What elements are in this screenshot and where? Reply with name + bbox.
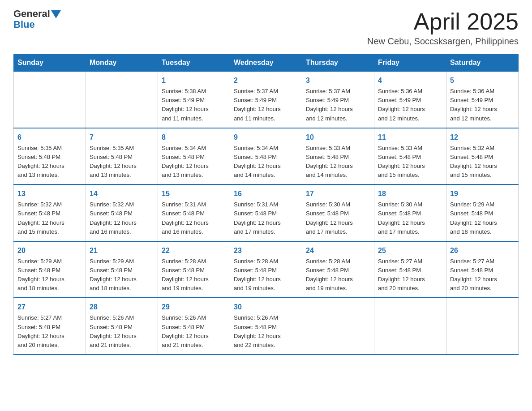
day-info: Sunrise: 5:30 AM Sunset: 5:48 PM Dayligh… [378, 200, 442, 236]
day-info: Sunrise: 5:26 AM Sunset: 5:48 PM Dayligh… [90, 313, 154, 350]
day-number: 27 [17, 302, 82, 313]
calendar-header-monday: Monday [86, 54, 158, 72]
day-info: Sunrise: 5:31 AM Sunset: 5:48 PM Dayligh… [234, 200, 298, 236]
day-number: 16 [234, 188, 298, 199]
calendar-cell [14, 72, 86, 128]
day-number: 2 [234, 75, 298, 86]
svg-marker-0 [51, 10, 61, 18]
calendar-cell: 10Sunrise: 5:33 AM Sunset: 5:48 PM Dayli… [302, 128, 374, 185]
day-info: Sunrise: 5:31 AM Sunset: 5:48 PM Dayligh… [162, 200, 226, 236]
calendar-cell: 1Sunrise: 5:38 AM Sunset: 5:49 PM Daylig… [158, 72, 230, 128]
day-number: 7 [90, 132, 154, 143]
calendar-cell: 16Sunrise: 5:31 AM Sunset: 5:48 PM Dayli… [230, 184, 302, 241]
calendar-cell: 20Sunrise: 5:29 AM Sunset: 5:48 PM Dayli… [14, 241, 86, 298]
day-info: Sunrise: 5:33 AM Sunset: 5:48 PM Dayligh… [306, 144, 370, 180]
day-number: 8 [162, 132, 226, 143]
day-info: Sunrise: 5:33 AM Sunset: 5:48 PM Dayligh… [378, 144, 442, 180]
calendar-cell: 23Sunrise: 5:28 AM Sunset: 5:48 PM Dayli… [230, 241, 302, 298]
day-info: Sunrise: 5:38 AM Sunset: 5:49 PM Dayligh… [162, 87, 226, 123]
calendar-table: SundayMondayTuesdayWednesdayThursdayFrid… [13, 54, 519, 355]
day-info: Sunrise: 5:26 AM Sunset: 5:48 PM Dayligh… [162, 313, 226, 350]
calendar-cell: 2Sunrise: 5:37 AM Sunset: 5:49 PM Daylig… [230, 72, 302, 128]
calendar-cell: 18Sunrise: 5:30 AM Sunset: 5:48 PM Dayli… [374, 184, 446, 241]
day-number: 13 [17, 188, 82, 199]
calendar-week-row: 1Sunrise: 5:38 AM Sunset: 5:49 PM Daylig… [14, 72, 519, 128]
day-number: 30 [234, 302, 298, 313]
day-number: 15 [162, 188, 226, 199]
calendar-header-friday: Friday [374, 54, 446, 72]
day-info: Sunrise: 5:37 AM Sunset: 5:49 PM Dayligh… [306, 87, 370, 123]
calendar-cell [302, 298, 374, 355]
calendar-cell: 17Sunrise: 5:30 AM Sunset: 5:48 PM Dayli… [302, 184, 374, 241]
page-header: General Blue April 2025 New Cebu, Soccsk… [13, 9, 519, 47]
calendar-header-thursday: Thursday [302, 54, 374, 72]
day-number: 12 [450, 132, 515, 143]
page-title: April 2025 [367, 9, 519, 34]
day-info: Sunrise: 5:27 AM Sunset: 5:48 PM Dayligh… [17, 313, 82, 350]
day-info: Sunrise: 5:29 AM Sunset: 5:48 PM Dayligh… [450, 200, 515, 236]
logo-arrow-icon [51, 10, 61, 18]
calendar-cell: 11Sunrise: 5:33 AM Sunset: 5:48 PM Dayli… [374, 128, 446, 185]
calendar-cell: 7Sunrise: 5:35 AM Sunset: 5:48 PM Daylig… [86, 128, 158, 185]
day-number: 17 [306, 188, 370, 199]
calendar-header-wednesday: Wednesday [230, 54, 302, 72]
logo: General Blue [13, 9, 61, 30]
day-info: Sunrise: 5:26 AM Sunset: 5:48 PM Dayligh… [234, 313, 298, 350]
calendar-cell: 14Sunrise: 5:32 AM Sunset: 5:48 PM Dayli… [86, 184, 158, 241]
day-number: 3 [306, 75, 370, 86]
calendar-cell: 28Sunrise: 5:26 AM Sunset: 5:48 PM Dayli… [86, 298, 158, 355]
calendar-cell: 6Sunrise: 5:35 AM Sunset: 5:48 PM Daylig… [14, 128, 86, 185]
calendar-week-row: 27Sunrise: 5:27 AM Sunset: 5:48 PM Dayli… [14, 298, 519, 355]
day-info: Sunrise: 5:29 AM Sunset: 5:48 PM Dayligh… [90, 257, 154, 293]
day-number: 9 [234, 132, 298, 143]
calendar-header-saturday: Saturday [446, 54, 519, 72]
calendar-cell: 15Sunrise: 5:31 AM Sunset: 5:48 PM Dayli… [158, 184, 230, 241]
calendar-week-row: 20Sunrise: 5:29 AM Sunset: 5:48 PM Dayli… [14, 241, 519, 298]
logo-blue: Blue [13, 19, 35, 30]
day-number: 14 [90, 188, 154, 199]
day-number: 1 [162, 75, 226, 86]
calendar-cell: 30Sunrise: 5:26 AM Sunset: 5:48 PM Dayli… [230, 298, 302, 355]
day-info: Sunrise: 5:34 AM Sunset: 5:48 PM Dayligh… [234, 144, 298, 180]
calendar-cell: 13Sunrise: 5:32 AM Sunset: 5:48 PM Dayli… [14, 184, 86, 241]
calendar-cell [374, 298, 446, 355]
day-info: Sunrise: 5:32 AM Sunset: 5:48 PM Dayligh… [17, 200, 82, 236]
day-info: Sunrise: 5:37 AM Sunset: 5:49 PM Dayligh… [234, 87, 298, 123]
calendar-cell: 8Sunrise: 5:34 AM Sunset: 5:48 PM Daylig… [158, 128, 230, 185]
day-info: Sunrise: 5:36 AM Sunset: 5:49 PM Dayligh… [450, 87, 515, 123]
day-number: 26 [450, 245, 515, 256]
calendar-cell: 22Sunrise: 5:28 AM Sunset: 5:48 PM Dayli… [158, 241, 230, 298]
day-info: Sunrise: 5:29 AM Sunset: 5:48 PM Dayligh… [17, 257, 82, 293]
calendar-cell: 26Sunrise: 5:27 AM Sunset: 5:48 PM Dayli… [446, 241, 519, 298]
logo-general: General [13, 9, 50, 19]
day-info: Sunrise: 5:32 AM Sunset: 5:48 PM Dayligh… [450, 144, 515, 180]
day-number: 18 [378, 188, 442, 199]
calendar-cell: 27Sunrise: 5:27 AM Sunset: 5:48 PM Dayli… [14, 298, 86, 355]
calendar-cell: 29Sunrise: 5:26 AM Sunset: 5:48 PM Dayli… [158, 298, 230, 355]
calendar-header-sunday: Sunday [14, 54, 86, 72]
calendar-cell [86, 72, 158, 128]
calendar-cell: 24Sunrise: 5:28 AM Sunset: 5:48 PM Dayli… [302, 241, 374, 298]
day-number: 11 [378, 132, 442, 143]
calendar-cell: 5Sunrise: 5:36 AM Sunset: 5:49 PM Daylig… [446, 72, 519, 128]
day-info: Sunrise: 5:35 AM Sunset: 5:48 PM Dayligh… [90, 144, 154, 180]
day-info: Sunrise: 5:28 AM Sunset: 5:48 PM Dayligh… [306, 257, 370, 293]
day-info: Sunrise: 5:27 AM Sunset: 5:48 PM Dayligh… [378, 257, 442, 293]
calendar-cell: 9Sunrise: 5:34 AM Sunset: 5:48 PM Daylig… [230, 128, 302, 185]
day-number: 24 [306, 245, 370, 256]
day-number: 22 [162, 245, 226, 256]
calendar-cell: 4Sunrise: 5:36 AM Sunset: 5:49 PM Daylig… [374, 72, 446, 128]
day-info: Sunrise: 5:32 AM Sunset: 5:48 PM Dayligh… [90, 200, 154, 236]
page-subtitle: New Cebu, Soccsksargen, Philippines [367, 36, 519, 47]
day-info: Sunrise: 5:27 AM Sunset: 5:48 PM Dayligh… [450, 257, 515, 293]
day-info: Sunrise: 5:36 AM Sunset: 5:49 PM Dayligh… [378, 87, 442, 123]
day-number: 21 [90, 245, 154, 256]
calendar-cell: 3Sunrise: 5:37 AM Sunset: 5:49 PM Daylig… [302, 72, 374, 128]
calendar-cell: 21Sunrise: 5:29 AM Sunset: 5:48 PM Dayli… [86, 241, 158, 298]
day-number: 19 [450, 188, 515, 199]
calendar-header-row: SundayMondayTuesdayWednesdayThursdayFrid… [14, 54, 519, 72]
day-number: 20 [17, 245, 82, 256]
day-number: 28 [90, 302, 154, 313]
calendar-cell [446, 298, 519, 355]
day-number: 4 [378, 75, 442, 86]
